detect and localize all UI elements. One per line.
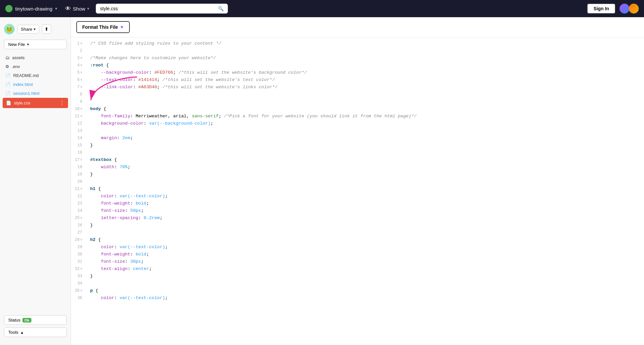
line-content[interactable]: /*Make changes here to customize your we… [88,55,644,62]
sidebar-item-index-html[interactable]: 📄index.html [0,80,71,89]
fold-indicator[interactable]: ∨ [80,214,82,222]
status-button[interactable]: Status Ok [4,315,67,325]
fold-indicator[interactable]: ∨ [80,156,82,164]
line-number: 15 [71,142,88,149]
user-avatar: 🐸 [4,24,15,34]
line-content[interactable]: --background-color: #FED766; /*this will… [88,69,644,76]
show-section[interactable]: 👁 Show ▾ [65,5,89,12]
share-button[interactable]: Share ▾ [17,25,39,34]
line-content[interactable] [88,280,644,287]
fold-indicator[interactable]: ∨ [80,76,82,84]
line-content[interactable]: background-color: var(--background-color… [88,120,644,127]
fold-indicator[interactable]: ∨ [80,113,82,120]
fold-indicator[interactable]: ∨ [80,236,82,244]
fold-indicator[interactable]: ∨ [80,55,82,62]
line-number: 12 [71,120,88,127]
file-more-button[interactable]: ⋮ [59,100,65,106]
format-button[interactable]: Format This File ✦ [76,21,130,33]
line-number: 34 [71,280,88,287]
line-content[interactable] [88,127,644,134]
sidebar-item-assets[interactable]: 🗂assets [0,53,71,62]
line-number: 8 [71,91,88,98]
line-content[interactable] [88,98,644,105]
code-line-27: 27 [71,229,644,236]
brand-name: tinytown-drawing [15,6,53,12]
line-content[interactable]: --link-color: #A63D40; /*this will set t… [88,84,644,91]
line-content[interactable]: :root { [88,62,644,69]
avatar-2 [629,4,639,14]
file-icon: 📄 [5,91,11,96]
search-input[interactable] [100,6,215,11]
fold-indicator[interactable]: ∨ [80,84,82,91]
fold-indicator[interactable]: ∨ [80,185,82,193]
sidebar-item--env[interactable]: ⚙.env [0,62,71,71]
line-content[interactable]: #textbox { [88,156,644,164]
line-content[interactable]: color: var(--text-color); [88,193,644,200]
line-content[interactable]: /* CSS files add styling rules to your c… [88,40,644,47]
code-line-18: 18 width: 70%; [71,164,644,171]
code-line-28: 28∨h2 { [71,236,644,244]
new-file-button[interactable]: New File ▾ [4,40,67,49]
fold-indicator[interactable]: ∨ [80,69,82,76]
line-number: 4∨ [71,62,88,69]
fold-indicator[interactable]: ∨ [80,40,82,47]
line-content[interactable]: font-size: 50px; [88,207,644,214]
sidebar-item-style-css[interactable]: 📄style.css⋮ [3,98,68,108]
brand-chevron: ▾ [55,6,57,11]
line-content[interactable] [88,149,644,156]
line-content[interactable]: h1 { [88,185,644,193]
code-line-3: 3∨/*Make changes here to customize your … [71,55,644,62]
line-number: 9 [71,98,88,105]
line-content[interactable]: font-weight: bold; [88,200,644,207]
line-content[interactable]: } [88,142,644,149]
brand[interactable]: tinytown-drawing ▾ [5,5,57,12]
line-number: 23 [71,200,88,207]
line-content[interactable]: h2 { [88,236,644,244]
line-content[interactable]: text-align: center; [88,265,644,273]
code-line-8: 8} [71,91,644,98]
line-content[interactable]: } [88,273,644,280]
fold-indicator[interactable]: ∨ [80,265,82,273]
line-content[interactable]: color: var(--text-color); [88,294,644,302]
fold-indicator[interactable]: ∨ [80,62,82,69]
upload-button[interactable]: ⬆ [42,24,51,34]
code-editor[interactable]: 1∨/* CSS files add styling rules to your… [71,37,644,345]
line-number: 5∨ [71,69,88,76]
line-content[interactable]: body { [88,105,644,113]
search-bar[interactable]: 🔍 [96,4,228,14]
line-number: 21∨ [71,185,88,193]
file-name: index.html [13,82,33,87]
line-content[interactable]: letter-spacing: 0.2rem; [88,214,644,222]
line-content[interactable]: } [88,91,644,98]
line-content[interactable] [88,47,644,55]
line-content[interactable]: font-family: Merriweather, arial, sans-s… [88,113,644,120]
file-name: .env [12,64,20,69]
sign-in-button[interactable]: Sign In [587,3,616,14]
code-line-34: 34 [71,280,644,287]
line-content[interactable]: color: var(--text-color); [88,244,644,251]
line-number: 1∨ [71,40,88,47]
sidebar-item-README-md[interactable]: 📄README.md [0,71,71,80]
code-lines: 1∨/* CSS files add styling rules to your… [71,40,644,302]
fold-indicator[interactable]: ∨ [80,287,82,294]
fold-indicator[interactable]: ∨ [80,105,82,113]
line-number: 27 [71,229,88,236]
line-content[interactable] [88,229,644,236]
line-content[interactable]: margin: 2em; [88,134,644,142]
code-line-29: 29 color: var(--text-color); [71,244,644,251]
line-number: 6∨ [71,76,88,84]
line-content[interactable]: p { [88,287,644,294]
line-content[interactable]: font-size: 30px; [88,258,644,265]
new-file-label: New File [8,42,25,47]
tools-button[interactable]: Tools ▲ [4,327,67,337]
line-content[interactable] [88,178,644,185]
line-content[interactable]: } [88,222,644,229]
line-content[interactable]: } [88,171,644,178]
line-content[interactable]: --text-color: #141414; /*this will set t… [88,76,644,84]
sidebar-item-session1-html[interactable]: 📄session1.html [0,89,71,98]
line-number: 30 [71,251,88,258]
code-line-7: 7∨ --link-color: #A63D40; /*this will se… [71,84,644,91]
line-content[interactable]: font-weight: bold; [88,251,644,258]
line-number: 32∨ [71,265,88,273]
line-content[interactable]: width: 70%; [88,164,644,171]
